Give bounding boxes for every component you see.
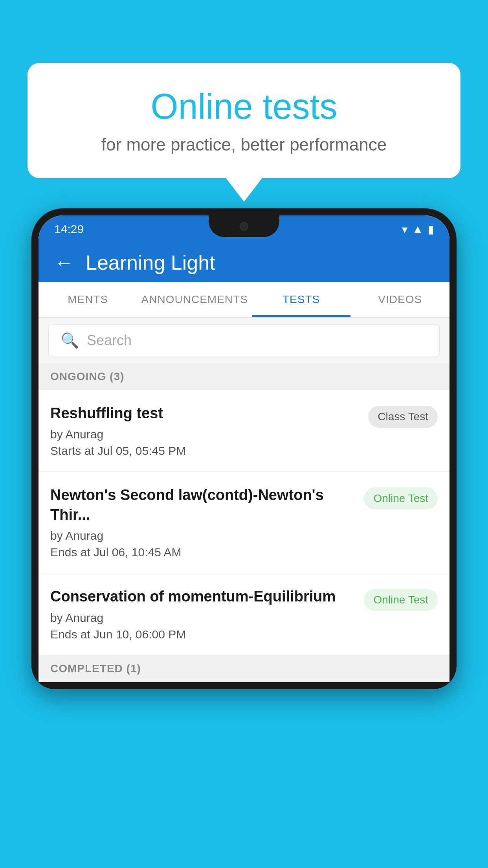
test-badge-2: Online Test [364,487,438,509]
app-bar: ← Learning Light [39,243,449,282]
back-button[interactable]: ← [54,251,74,274]
search-bar[interactable]: 🔍 Search [48,325,440,356]
test-title-2: Newton's Second law(contd)-Newton's Thir… [50,485,356,524]
test-info-3: Conservation of momentum-Equilibrium by … [50,587,364,641]
test-item-1[interactable]: Reshuffling test by Anurag Starts at Jul… [39,390,449,472]
status-bar: 14:29 ▾ ▲ ▮ [39,215,449,243]
phone-wrapper: 14:29 ▾ ▲ ▮ ← Learning Light MENTS [31,208,457,868]
status-time: 14:29 [54,223,84,236]
test-title-3: Conservation of momentum-Equilibrium [50,587,356,606]
tab-announcements[interactable]: ANNOUNCEMENTS [138,282,252,317]
status-icons: ▾ ▲ ▮ [402,223,434,236]
test-author-1: by Anurag [50,428,360,441]
test-date-1: Starts at Jul 05, 05:45 PM [50,444,360,458]
app-title: Learning Light [86,251,215,274]
test-badge-1: Class Test [368,406,438,428]
signal-icon: ▲ [412,223,423,235]
phone-screen: 14:29 ▾ ▲ ▮ ← Learning Light MENTS [39,215,449,682]
test-info-1: Reshuffling test by Anurag Starts at Jul… [50,404,368,458]
test-author-3: by Anurag [50,611,356,625]
test-date-2: Ends at Jul 06, 10:45 AM [50,546,356,559]
tab-bar: MENTS ANNOUNCEMENTS TESTS VIDEOS [39,282,449,318]
tab-videos[interactable]: VIDEOS [350,282,449,317]
test-title-1: Reshuffling test [50,404,360,423]
test-item-2[interactable]: Newton's Second law(contd)-Newton's Thir… [39,472,449,573]
test-author-2: by Anurag [50,529,356,542]
search-placeholder: Search [87,332,132,349]
tab-tests[interactable]: TESTS [252,282,351,317]
notch [209,215,279,237]
camera-dot [240,222,248,231]
search-icon: 🔍 [61,332,79,349]
test-date-3: Ends at Jun 10, 06:00 PM [50,628,356,641]
speech-bubble-title: Online tests [59,86,429,127]
test-list: Reshuffling test by Anurag Starts at Jul… [39,390,449,655]
section-ongoing-header: ONGOING (3) [39,363,449,390]
test-item-3[interactable]: Conservation of momentum-Equilibrium by … [39,573,449,655]
phone-outer: 14:29 ▾ ▲ ▮ ← Learning Light MENTS [31,208,457,689]
section-completed-header: COMPLETED (1) [39,655,449,682]
battery-icon: ▮ [428,223,434,236]
search-container: 🔍 Search [39,318,449,363]
tab-ments[interactable]: MENTS [39,282,138,317]
test-info-2: Newton's Second law(contd)-Newton's Thir… [50,485,364,559]
speech-bubble: Online tests for more practice, better p… [28,63,460,178]
wifi-icon: ▾ [402,223,407,236]
test-badge-3: Online Test [364,589,438,611]
speech-bubble-subtitle: for more practice, better performance [59,135,429,154]
